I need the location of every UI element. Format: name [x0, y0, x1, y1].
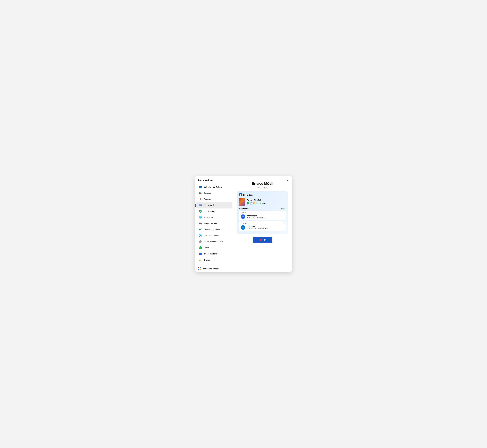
app-title: Enlace Móvil	[252, 182, 273, 186]
notification-body-1: Yuna Sakai Reminiscing about our vacatio…	[241, 225, 284, 230]
svg-rect-27	[200, 269, 201, 270]
notification-item-1: 10:38 AM ✕ Yuna Sakai Reminiscing about …	[239, 221, 286, 231]
sidebar-item-icon-deportes: 🏃	[198, 197, 202, 201]
sidebar-item-recomendaciones[interactable]: Recomendaciones	[196, 232, 232, 239]
sidebar-item-icon-lista-seguimiento	[198, 228, 202, 231]
clear-all-button[interactable]: Clear all	[280, 208, 286, 209]
device-info: Galaxy S20 5G ✓ 🔄 📶 📡 🔋 100%	[247, 199, 286, 205]
wifi-icon: 📶	[253, 202, 255, 204]
sidebar-item-compras[interactable]: 🛍️Compras	[196, 190, 232, 196]
sidebar-item-icon-compras: 🛍️	[198, 191, 202, 195]
notification-content-1: Yuna Sakai Reminiscing about our vacatio…	[247, 225, 268, 229]
sidebar-item-icon-sesion-concentracion	[198, 240, 202, 243]
svg-rect-17	[200, 241, 201, 242]
sidebar-item-label-family-safety: Family Safety	[204, 210, 215, 212]
device-thumbnail	[239, 198, 245, 206]
sidebar-item-tiempo[interactable]: Tiempo	[196, 257, 232, 263]
signal-icon: 📡	[256, 202, 258, 204]
svg-point-31	[242, 216, 243, 217]
notification-sender-0: Max Lindgren	[247, 215, 266, 216]
find-more-label: Buscar más widgets	[203, 268, 219, 270]
notification-sender-1: Yuna Sakai	[247, 225, 268, 227]
notification-msg-0: Do you know who took the...	[247, 217, 266, 219]
sidebar-item-juegos-casuales[interactable]: 🎮Juegos casuales	[196, 220, 232, 226]
sync-icon: 🔄	[250, 202, 252, 205]
notification-body-0: Max Lindgren Do you know who took the...	[241, 215, 284, 219]
sidebar-item-icon-calendario-outlook	[198, 185, 202, 189]
notification-item-0: 11:24 AM ✕ Max Lindgren Do you know who …	[239, 211, 286, 220]
widget-app-name: Phone Link	[243, 194, 253, 196]
notifications-title: Notifications	[239, 208, 250, 210]
close-button[interactable]: ✕	[286, 178, 290, 182]
svg-rect-26	[198, 269, 199, 270]
connected-icon: ✓	[247, 202, 249, 205]
sidebar-item-family-safety[interactable]: Family Safety	[196, 208, 232, 214]
sidebar-item-tareas-pendientes[interactable]: Tareas pendientes	[196, 251, 232, 257]
device-status: ✓ 🔄 📶 📡 🔋 100%	[247, 202, 286, 205]
app-subtitle: Enlace Móvil	[257, 186, 268, 188]
sidebar-list: Calendario de Outlook🛍️Compras🏃DeportesE…	[195, 184, 233, 263]
svg-rect-2	[199, 186, 202, 187]
svg-rect-28	[240, 194, 241, 196]
sidebar-item-icon-family-safety	[198, 209, 202, 213]
sidebar-bottom-item[interactable]: Buscar más widgets	[195, 265, 233, 272]
sidebar-item-label-recomendaciones: Recomendaciones	[204, 235, 219, 237]
sidebar-item-icon-spotify	[198, 246, 202, 249]
sidebar-item-calendario-outlook[interactable]: Calendario de Outlook	[196, 184, 232, 190]
sidebar-item-label-fotografias: Fotografías	[204, 216, 213, 218]
svg-rect-4	[200, 187, 201, 187]
sidebar-item-fotografias[interactable]: Fotografías	[196, 214, 232, 220]
notification-time-1: 10:38 AM	[241, 223, 284, 224]
notifications-header: Notifications Clear all	[239, 208, 286, 210]
svg-rect-7	[199, 204, 201, 206]
svg-rect-33	[242, 227, 244, 228]
anchor-widgets-dialog: Anclar widgets Calendario de Outlook🛍️Co…	[195, 176, 292, 272]
sidebar: Anclar widgets Calendario de Outlook🛍️Co…	[195, 176, 233, 272]
sidebar-item-icon-tiempo	[198, 258, 202, 262]
sidebar-item-label-calendario-outlook: Calendario de Outlook	[204, 186, 222, 188]
sidebar-item-label-lista-seguimiento: Lista de seguimiento	[204, 229, 220, 231]
sidebar-item-label-tareas-pendientes: Tareas pendientes	[204, 253, 218, 255]
device-thumbnail-inner	[239, 198, 245, 205]
sidebar-item-lista-seguimiento[interactable]: Lista de seguimiento	[196, 226, 232, 232]
notification-close-1[interactable]: ✕	[283, 222, 285, 224]
svg-rect-16	[200, 241, 200, 242]
notification-avatar-1	[241, 225, 245, 230]
svg-point-12	[199, 216, 202, 217]
sidebar-item-icon-tareas-pendientes	[198, 252, 202, 256]
pin-label: PIN	[263, 239, 266, 241]
battery-percentage: 100%	[262, 202, 266, 204]
widget-card: Phone Link ··· Galaxy S20 5G ✓ 🔄 📶 📡 🔋	[237, 191, 288, 234]
notification-msg-1: Reminiscing about our vacation	[247, 227, 268, 229]
sidebar-item-label-deportes: Deportes	[204, 198, 211, 200]
sidebar-item-icon-juegos-casuales: 🎮	[198, 222, 202, 225]
notification-avatar-0	[241, 215, 245, 219]
battery-icon: 🔋	[259, 202, 261, 204]
sidebar-item-sesion-concentracion[interactable]: Sesión de concentración	[196, 239, 232, 245]
svg-rect-8	[201, 205, 202, 206]
notification-close-0[interactable]: ✕	[283, 212, 285, 214]
sidebar-item-icon-recomendaciones	[198, 234, 202, 237]
main-panel: ✕ Enlace Móvil Enlace Móvil Phone Link ·…	[233, 176, 292, 272]
find-more-icon	[198, 267, 201, 270]
pin-button[interactable]: 📌 PIN	[253, 237, 272, 243]
sidebar-item-label-juegos-casuales: Juegos casuales	[204, 222, 217, 224]
svg-point-14	[200, 235, 201, 236]
sidebar-item-label-enlace-movil: Enlace Móvil	[204, 204, 214, 206]
sidebar-item-label-compras: Compras	[204, 192, 211, 194]
sidebar-item-spotify[interactable]: Spotify	[196, 245, 232, 251]
widget-header: Phone Link ···	[239, 193, 286, 196]
sidebar-item-label-sesion-concentracion: Sesión de concentración	[204, 241, 223, 243]
sidebar-item-deportes[interactable]: 🏃Deportes	[196, 196, 232, 202]
device-name: Galaxy S20 5G	[247, 199, 286, 201]
phone-link-icon	[239, 193, 242, 196]
sidebar-title: Anclar widgets	[195, 176, 233, 184]
svg-point-23	[200, 258, 201, 260]
svg-rect-30	[242, 216, 244, 217]
widget-more-button[interactable]: ···	[284, 193, 286, 196]
svg-point-32	[243, 216, 244, 217]
notification-time-0: 11:24 AM	[241, 212, 284, 214]
sidebar-item-enlace-movil[interactable]: Enlace Móvil	[196, 202, 232, 208]
svg-rect-3	[199, 187, 200, 187]
svg-rect-24	[198, 267, 199, 268]
